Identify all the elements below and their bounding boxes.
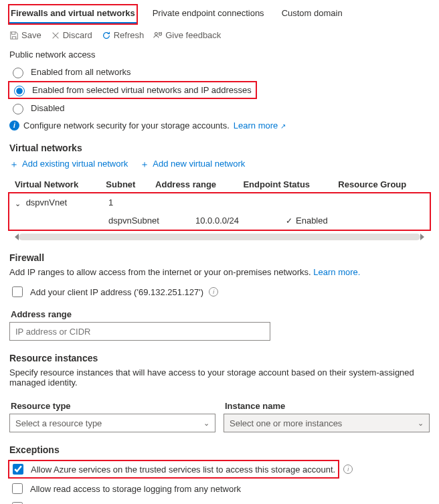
radio-disabled-input[interactable] — [13, 104, 23, 114]
instance-name-value: Select one or more instances — [230, 418, 342, 428]
radio-all-networks[interactable]: Enabled from all networks — [9, 64, 430, 80]
save-icon — [9, 31, 19, 40]
add-existing-label: Add existing virtual network — [22, 159, 128, 169]
refresh-icon — [102, 31, 111, 40]
address-range: 10.0.0.0/24 — [190, 212, 280, 230]
refresh-label: Refresh — [114, 30, 145, 40]
command-bar: Save Discard Refresh Give feedback — [9, 30, 430, 40]
allow-azure-label: Allow Azure services on the trusted serv… — [31, 465, 335, 475]
info-tooltip-icon[interactable]: i — [209, 287, 218, 297]
plus-icon: ＋ — [140, 159, 149, 169]
chevron-down-icon[interactable]: ⌄ — [15, 199, 21, 208]
radio-disabled-label: Disabled — [31, 103, 65, 113]
endpoint-status: Enabled — [296, 216, 328, 226]
feedback-button[interactable]: Give feedback — [153, 30, 221, 40]
col-range[interactable]: Address range — [150, 175, 238, 193]
allow-logging-label: Allow read access to storage logging fro… — [30, 484, 241, 494]
svg-point-0 — [155, 32, 158, 35]
radio-selected-label: Enabled from selected virtual networks a… — [32, 85, 252, 95]
info-text: Configure network security for your stor… — [23, 120, 230, 131]
exceptions-heading: Exceptions — [9, 444, 430, 455]
info-tooltip-icon[interactable]: i — [343, 465, 353, 474]
vnet-table-body: ⌄ dspvnVnet 1 dspvnSubnet 10.0.0.0/24 ✓ … — [9, 193, 430, 230]
info-banner: i Configure network security for your st… — [9, 120, 430, 131]
subnet-count: 1 — [103, 193, 190, 212]
resource-type-select[interactable]: Select a resource type ⌄ — [9, 414, 215, 432]
resource-instances-desc: Specify resource instances that will hav… — [9, 367, 430, 388]
instance-name-label: Instance name — [225, 401, 430, 411]
add-client-ip-checkbox[interactable] — [12, 286, 23, 297]
allow-logging[interactable]: Allow read access to storage logging fro… — [9, 479, 430, 498]
col-subnet[interactable]: Subnet — [100, 175, 150, 193]
radio-all-label: Enabled from all networks — [31, 67, 131, 77]
external-link-icon: ↗ — [280, 122, 286, 130]
tab-firewalls[interactable]: Firewalls and virtual networks — [9, 5, 137, 23]
allow-logging-checkbox[interactable] — [12, 483, 23, 494]
vnet-add-row: ＋ Add existing virtual network ＋ Add new… — [9, 159, 430, 169]
save-button[interactable]: Save — [9, 30, 41, 40]
col-status[interactable]: Endpoint Status — [238, 175, 333, 193]
check-icon: ✓ — [286, 216, 292, 226]
subnet-row[interactable]: dspvnSubnet 10.0.0.0/24 ✓ Enabled — [9, 212, 430, 230]
add-client-ip[interactable]: Add your client IP address ('69.132.251.… — [9, 282, 430, 301]
instance-name-select[interactable]: Select one or more instances ⌄ — [224, 414, 430, 432]
feedback-label: Give feedback — [165, 30, 221, 40]
discard-icon — [51, 31, 60, 40]
tab-private-endpoint[interactable]: Private endpoint connections — [151, 5, 266, 23]
horizontal-scrollbar[interactable] — [19, 234, 420, 240]
info-icon: i — [9, 120, 19, 131]
add-existing-vnet[interactable]: ＋ Add existing virtual network — [9, 159, 128, 169]
allow-azure-checkbox[interactable] — [13, 464, 23, 475]
vnet-row[interactable]: ⌄ dspvnVnet 1 — [9, 193, 430, 212]
networking-tabs: Firewalls and virtual networks Private e… — [9, 5, 430, 23]
public-access-label: Public network access — [9, 50, 430, 60]
vnet-table: Virtual Network Subnet Address range End… — [9, 175, 430, 193]
virtual-networks-heading: Virtual networks — [9, 143, 430, 153]
firewall-learn-more[interactable]: Learn more. — [313, 267, 360, 277]
add-new-label: Add new virtual network — [153, 159, 245, 169]
chevron-down-icon: ⌄ — [418, 419, 424, 428]
discard-button[interactable]: Discard — [51, 30, 92, 40]
address-range-label: Address range — [11, 309, 430, 319]
subnet-name: dspvnSubnet — [103, 212, 190, 230]
resource-type-value: Select a resource type — [15, 418, 102, 428]
learn-more-link[interactable]: Learn more ↗ — [234, 120, 286, 131]
radio-selected-input[interactable] — [14, 86, 25, 96]
resource-instances-heading: Resource instances — [9, 353, 430, 363]
allow-metrics[interactable]: Allow read access to storage metrics fro… — [9, 498, 430, 504]
chevron-down-icon: ⌄ — [203, 419, 209, 428]
radio-disabled[interactable]: Disabled — [9, 100, 430, 116]
discard-label: Discard — [63, 30, 92, 40]
col-vnet[interactable]: Virtual Network — [9, 175, 100, 193]
address-range-input[interactable] — [9, 322, 270, 341]
col-rg[interactable]: Resource Group — [333, 175, 430, 193]
refresh-button[interactable]: Refresh — [102, 30, 145, 40]
tab-custom-domain[interactable]: Custom domain — [280, 5, 344, 23]
firewall-heading: Firewall — [9, 252, 430, 263]
vnet-name: dspvnVnet — [26, 197, 67, 207]
add-new-vnet[interactable]: ＋ Add new virtual network — [140, 159, 245, 169]
radio-all-input[interactable] — [13, 68, 23, 78]
plus-icon: ＋ — [9, 159, 19, 169]
resource-type-label: Resource type — [11, 401, 215, 411]
save-label: Save — [21, 30, 41, 40]
add-client-ip-label: Add your client IP address ('69.132.251.… — [30, 287, 203, 297]
firewall-desc: Add IP ranges to allow access from the i… — [9, 267, 430, 277]
feedback-icon — [153, 31, 163, 40]
